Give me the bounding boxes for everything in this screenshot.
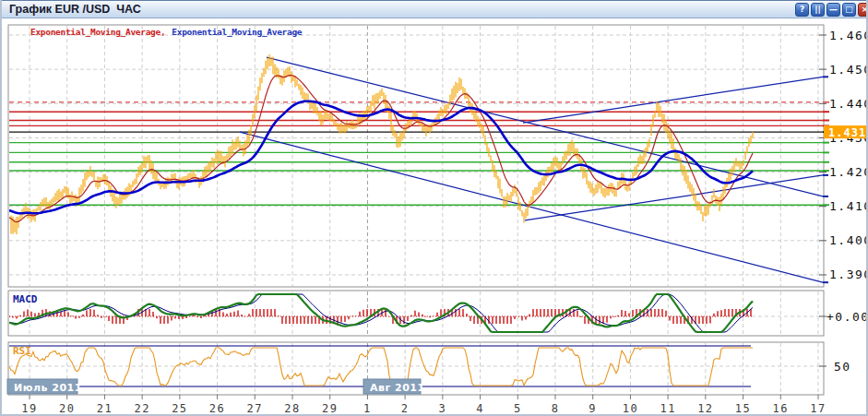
window-title: График EUR /USD ЧАС xyxy=(9,3,141,16)
price-axis-label: 1.4200 xyxy=(829,165,868,179)
date-axis-label: 25 xyxy=(172,402,187,415)
date-axis-label: 9 xyxy=(589,402,597,415)
rsi-mid-label: 50 xyxy=(834,360,851,374)
date-axis-label: 19 xyxy=(21,402,37,415)
date-axis-label: 20 xyxy=(59,402,75,415)
month-marker-label: Авг 2011 xyxy=(370,382,425,394)
chart-window: График EUR /USD ЧАС ?||—□× 1.46001.45001… xyxy=(0,0,868,416)
price-axis-label: 1.4500 xyxy=(829,63,868,77)
date-axis-label: 8 xyxy=(552,402,560,415)
date-axis-label: 2 xyxy=(401,402,410,415)
date-axis-label: 27 xyxy=(247,402,263,415)
window-close-button[interactable]: × xyxy=(858,3,868,17)
date-axis-label: 28 xyxy=(284,402,300,415)
month-marker-label: Июль 2011 xyxy=(14,382,82,394)
price-axis-label: 1.3900 xyxy=(829,267,868,281)
ema-legend-label: Exponential_Moving_Average xyxy=(172,27,302,37)
window-help-button[interactable]: ? xyxy=(795,3,809,17)
date-axis-label: 29 xyxy=(322,402,338,415)
main-price-panel[interactable] xyxy=(8,25,824,287)
rsi-panel-label: RSI xyxy=(13,345,31,357)
date-axis-label: 10 xyxy=(623,402,638,415)
price-axis-label: 1.4400 xyxy=(829,97,868,111)
date-axis-label: 5 xyxy=(514,402,522,415)
date-axis-label: 26 xyxy=(209,402,225,415)
ema-legend: Exponential_Moving_Average,Exponential_M… xyxy=(30,27,308,37)
current-price-value: 1.4317 xyxy=(828,126,868,139)
date-axis-label: 11 xyxy=(660,402,675,415)
macd-panel[interactable] xyxy=(8,291,824,336)
title-bar[interactable]: График EUR /USD ЧАС ?||—□× xyxy=(2,0,866,18)
date-axis-label: 4 xyxy=(476,402,484,415)
date-axis-label: 17 xyxy=(810,402,826,415)
date-axis-label: 22 xyxy=(134,402,149,415)
date-axis-label: 21 xyxy=(97,402,113,415)
date-axis-label: 12 xyxy=(697,402,713,415)
ema-legend-label: Exponential_Moving_Average, xyxy=(30,27,165,37)
window-maximize-button[interactable]: □ xyxy=(842,3,856,17)
date-axis-label: 1 xyxy=(363,402,372,415)
date-axis-label: 15 xyxy=(735,402,751,415)
price-axis-label: 1.4100 xyxy=(829,199,868,213)
macd-panel-label: MACD xyxy=(13,293,38,305)
window-minimize-button[interactable]: — xyxy=(826,3,840,17)
price-axis-label: 1.4600 xyxy=(829,29,868,42)
date-axis-label: 3 xyxy=(438,402,446,415)
chart-canvas[interactable]: 1.46001.45001.44001.43001.42001.41001.40… xyxy=(2,0,868,416)
window-pause-button[interactable]: || xyxy=(811,3,825,17)
date-axis-label: 16 xyxy=(773,402,789,415)
window-buttons: ?||—□× xyxy=(795,3,868,17)
macd-zero-label: +0.00 xyxy=(826,310,868,324)
price-axis-label: 1.4000 xyxy=(829,233,868,247)
